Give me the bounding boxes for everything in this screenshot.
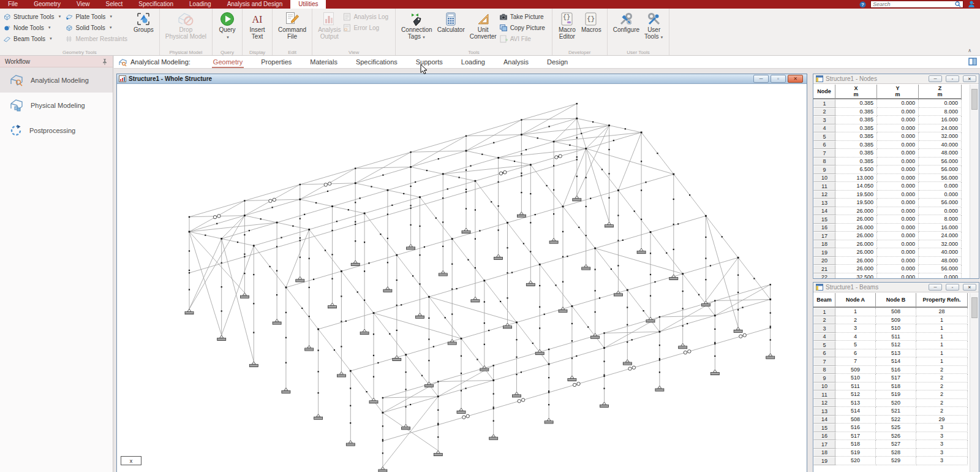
- tab-properties[interactable]: Properties: [252, 56, 301, 69]
- row-header[interactable]: 18: [813, 449, 835, 457]
- table-cell[interactable]: 520: [835, 457, 876, 465]
- table-cell[interactable]: 56.000: [919, 199, 962, 207]
- table-cell[interactable]: 0.000: [877, 149, 919, 158]
- configure-button[interactable]: Configure: [611, 10, 642, 34]
- model-canvas[interactable]: x: [117, 85, 807, 472]
- help-icon[interactable]: ?: [859, 1, 866, 8]
- table-cell[interactable]: 32.000: [919, 132, 962, 141]
- beams-restore-button[interactable]: ▫: [946, 284, 959, 291]
- table-cell[interactable]: 0.000: [877, 116, 919, 124]
- macros-button[interactable]: {}Macros: [579, 10, 604, 34]
- table-cell[interactable]: 0.000: [877, 207, 919, 216]
- menu-loading[interactable]: Loading: [181, 0, 219, 9]
- row-header[interactable]: 6: [813, 141, 835, 150]
- beams-scrollbar-thumb[interactable]: [971, 297, 978, 318]
- table-cell[interactable]: 56.000: [919, 158, 962, 166]
- take-picture-button[interactable]: Take Picture: [499, 12, 545, 21]
- command-file-button[interactable]: CommandFile: [276, 10, 309, 40]
- search-input[interactable]: [873, 1, 955, 7]
- table-cell[interactable]: 2: [916, 399, 968, 408]
- insert-text-button[interactable]: AIInsertText: [246, 10, 269, 40]
- table-cell[interactable]: 511: [835, 383, 876, 391]
- table-cell[interactable]: 514: [876, 357, 916, 366]
- table-cell[interactable]: 0.385: [835, 99, 877, 108]
- table-cell[interactable]: 56.000: [919, 174, 962, 183]
- table-cell[interactable]: 29: [916, 416, 968, 424]
- row-header[interactable]: 14: [813, 207, 835, 216]
- table-cell[interactable]: 511: [876, 333, 916, 341]
- calculator-button[interactable]: Calculator: [435, 10, 467, 34]
- table-cell[interactable]: 0.000: [877, 158, 919, 166]
- table-cell[interactable]: 0.000: [877, 240, 919, 249]
- workflow-item-postprocessing[interactable]: Postprocessing: [0, 118, 113, 143]
- table-cell[interactable]: 3: [835, 324, 876, 333]
- table-cell[interactable]: 514: [835, 407, 876, 416]
- plate-tools-button[interactable]: Plate Tools▼: [65, 12, 127, 21]
- table-cell[interactable]: 529: [876, 457, 916, 465]
- nodes-minimize-button[interactable]: ─: [929, 75, 942, 82]
- row-header[interactable]: 3: [813, 116, 835, 124]
- user-tools-button[interactable]: UserTools▼: [642, 10, 666, 40]
- minimize-button[interactable]: ─: [753, 75, 769, 83]
- row-header[interactable]: 10: [813, 383, 835, 391]
- table-cell[interactable]: 513: [876, 349, 916, 358]
- row-header[interactable]: 1: [813, 308, 835, 316]
- table-cell[interactable]: 0.385: [835, 158, 877, 166]
- table-cell[interactable]: 32.000: [919, 240, 962, 249]
- table-cell[interactable]: 2: [916, 374, 968, 383]
- table-cell[interactable]: 0.000: [877, 99, 919, 108]
- table-cell[interactable]: 517: [876, 374, 916, 383]
- row-header[interactable]: 11: [813, 390, 835, 399]
- table-cell[interactable]: 1: [916, 357, 968, 366]
- table-cell[interactable]: 0.000: [877, 215, 919, 224]
- table-cell[interactable]: 14.050: [835, 182, 877, 191]
- row-header[interactable]: 7: [813, 149, 835, 158]
- tab-materials[interactable]: Materials: [301, 56, 347, 69]
- pin-icon[interactable]: [102, 58, 108, 65]
- table-cell[interactable]: 0.000: [877, 108, 919, 116]
- table-cell[interactable]: 0.000: [877, 132, 919, 141]
- nodes-restore-button[interactable]: ▫: [946, 75, 959, 82]
- groups-button[interactable]: Groups: [131, 10, 156, 34]
- tab-analysis[interactable]: Analysis: [494, 56, 538, 69]
- table-cell[interactable]: 5: [835, 341, 876, 349]
- table-cell[interactable]: 519: [835, 449, 876, 457]
- table-cell[interactable]: 512: [876, 341, 916, 349]
- table-cell[interactable]: 0.385: [835, 132, 877, 141]
- table-cell[interactable]: 0.000: [919, 182, 962, 191]
- workflow-item-analytical-modeling[interactable]: Analytical Modeling: [0, 67, 113, 93]
- menu-geometry[interactable]: Geometry: [26, 0, 69, 9]
- user-account-icon[interactable]: [968, 1, 976, 8]
- table-cell[interactable]: 48.000: [919, 257, 962, 265]
- table-cell[interactable]: 508: [876, 308, 916, 316]
- table-cell[interactable]: 521: [876, 407, 916, 416]
- table-cell[interactable]: 518: [835, 440, 876, 449]
- table-cell[interactable]: 3: [916, 457, 968, 465]
- row-header[interactable]: 18: [813, 240, 835, 249]
- table-cell[interactable]: 527: [876, 440, 916, 449]
- table-cell[interactable]: 19.500: [835, 199, 877, 207]
- table-cell[interactable]: 0.000: [877, 182, 919, 191]
- table-cell[interactable]: 13.000: [835, 174, 877, 183]
- row-header[interactable]: 3: [813, 324, 835, 333]
- table-cell[interactable]: 517: [835, 432, 876, 441]
- table-cell[interactable]: 0.000: [877, 248, 919, 257]
- table-cell[interactable]: 26.000: [835, 224, 877, 232]
- row-header[interactable]: 21: [813, 265, 835, 273]
- table-cell[interactable]: 19.500: [835, 191, 877, 199]
- table-cell[interactable]: 1: [916, 349, 968, 358]
- table-cell[interactable]: 8.000: [919, 215, 962, 224]
- row-header[interactable]: 15: [813, 215, 835, 224]
- row-header[interactable]: 7: [813, 357, 835, 366]
- table-cell[interactable]: 26.000: [835, 207, 877, 216]
- row-header[interactable]: 17: [813, 440, 835, 449]
- node-tools-button[interactable]: Node Tools▼: [3, 23, 61, 32]
- table-cell[interactable]: 509: [876, 316, 916, 325]
- table-cell[interactable]: 2: [916, 383, 968, 391]
- table-cell[interactable]: 0.000: [877, 273, 919, 280]
- query-button[interactable]: Query▼: [216, 10, 239, 40]
- table-cell[interactable]: 0.000: [919, 99, 962, 108]
- row-header[interactable]: 17: [813, 232, 835, 240]
- copy-picture-button[interactable]: Copy Picture: [499, 23, 545, 32]
- menu-view[interactable]: View: [69, 0, 98, 9]
